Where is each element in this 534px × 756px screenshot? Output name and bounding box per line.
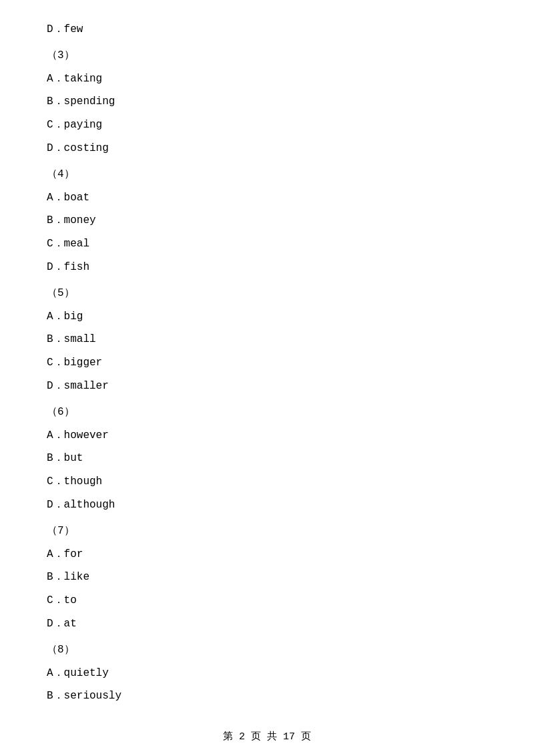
question-5-number: （5） <box>47 284 487 303</box>
option-d-at: D．at <box>47 614 487 634</box>
option-b-money: B．money <box>47 211 487 230</box>
option-a-taking: A．taking <box>47 69 487 89</box>
option-d-smaller: D．smaller <box>47 377 487 396</box>
main-content: D．few （3） A．taking B．spending C．paying D… <box>0 0 534 750</box>
option-a-for: A．for <box>47 545 487 564</box>
page-footer: 第 2 页 共 17 页 <box>0 730 534 743</box>
question-8-number: （8） <box>47 640 487 660</box>
question-7-number: （7） <box>47 522 487 541</box>
option-c-paying: C．paying <box>47 116 487 135</box>
question-6-number: （6） <box>47 403 487 422</box>
option-d-costing: D．costing <box>47 139 487 158</box>
option-a-big: A．big <box>47 307 487 327</box>
option-a-however: A．however <box>47 426 487 445</box>
question-3-number: （3） <box>47 46 487 65</box>
option-d-although: D．although <box>47 496 487 515</box>
option-c-to: C．to <box>47 591 487 610</box>
option-d-few: D．few <box>47 20 487 39</box>
question-4-number: （4） <box>47 165 487 184</box>
option-c-though: C．though <box>47 472 487 492</box>
option-b-but: B．but <box>47 449 487 468</box>
option-a-boat: A．boat <box>47 188 487 208</box>
option-b-like: B．like <box>47 568 487 587</box>
option-c-meal: C．meal <box>47 234 487 254</box>
option-c-bigger: C．bigger <box>47 353 487 373</box>
option-b-seriously: B．seriously <box>47 687 487 706</box>
option-d-fish: D．fish <box>47 258 487 277</box>
option-b-small: B．small <box>47 330 487 349</box>
option-b-spending: B．spending <box>47 92 487 112</box>
option-a-quietly: A．quietly <box>47 664 487 683</box>
